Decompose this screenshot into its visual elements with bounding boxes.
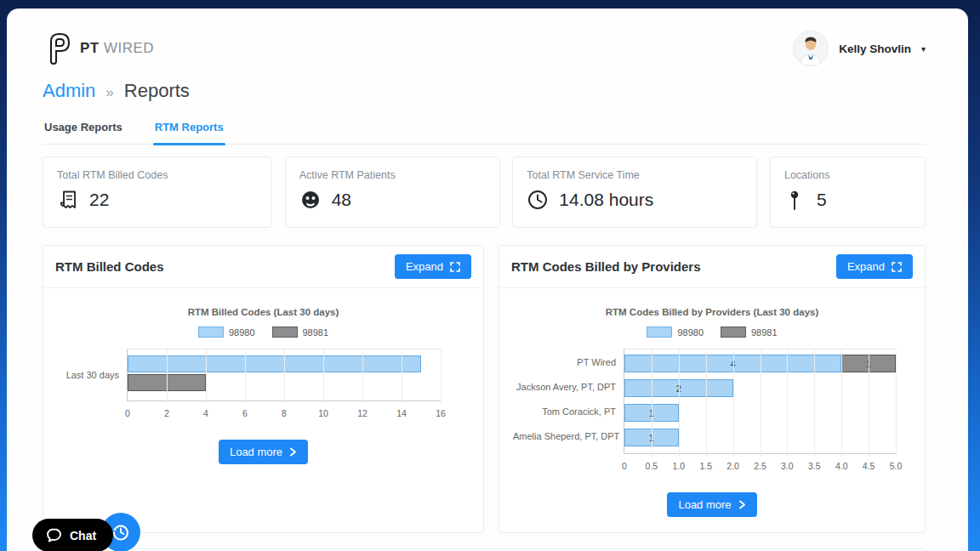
chevron-right-icon (738, 500, 746, 509)
x-axis-ticks: 0246810121416 (128, 407, 441, 421)
chart-legend: 9898098981 (513, 327, 911, 338)
x-tick: 4.0 (835, 461, 848, 471)
gridline (814, 349, 815, 457)
chart-plot: PT WiredJackson Avery, PT, DPTTom Coraci… (513, 349, 896, 454)
x-tick: 5.0 (890, 461, 903, 471)
x-tick: 2 (164, 408, 169, 418)
x-axis-ticks: 00.51.01.52.02.53.03.54.04.55.0 (624, 460, 896, 474)
gridline (284, 349, 285, 404)
legend-swatch (721, 327, 746, 338)
page-title: Reports (124, 80, 190, 102)
x-tick: 0 (622, 461, 627, 471)
stat-value: 22 (89, 190, 109, 210)
expand-button[interactable]: Expand (395, 254, 471, 279)
chat-bubble-icon (46, 527, 62, 543)
breadcrumb: Admin » Reports (43, 80, 926, 102)
x-tick: 14 (396, 408, 407, 418)
expand-icon (450, 262, 460, 272)
gridline (206, 349, 207, 404)
gridline (402, 349, 402, 404)
chart-rtm-billed-codes: RTM Billed Codes (Last 30 days) 98980989… (57, 300, 470, 421)
user-menu[interactable]: Kelly Shovlin ▾ (793, 31, 926, 66)
x-tick: 4.5 (863, 461, 875, 471)
pt-wired-logo-icon (43, 32, 71, 65)
legend-item-98980: 98980 (198, 327, 255, 338)
stat-value: 48 (332, 190, 351, 210)
stat-card-active-patients: Active RTM Patients 48 (285, 156, 500, 228)
x-tick: 2.0 (726, 461, 739, 471)
x-tick: 0.5 (646, 461, 658, 471)
legend-item-98980: 98980 (647, 327, 704, 338)
legend-swatch (647, 327, 672, 338)
legend-item-98981: 98981 (721, 327, 778, 338)
x-tick: 4 (203, 408, 208, 418)
x-tick: 3.5 (808, 461, 821, 471)
legend-swatch (198, 327, 224, 338)
tab-usage-reports[interactable]: Usage Reports (43, 121, 124, 144)
x-tick: 10 (318, 408, 328, 418)
panel-title: RTM Billed Codes (55, 259, 164, 274)
stat-value: 14.08 hours (559, 190, 653, 210)
legend-label: 98981 (751, 327, 778, 338)
x-tick: 3.0 (781, 461, 794, 471)
legend-label: 98980 (229, 327, 255, 338)
chat-button-label: Chat (70, 529, 96, 542)
gridline (761, 349, 761, 457)
report-tabs: Usage Reports RTM Reports (43, 121, 926, 145)
history-clock-icon (111, 523, 130, 542)
x-tick: 6 (242, 408, 248, 418)
panel-title: RTM Codes Billed by Providers (511, 259, 701, 274)
bar-98980 (128, 355, 421, 372)
logo-text: PT WIRED (80, 40, 154, 57)
chevron-right-icon (289, 447, 297, 457)
legend-label: 98980 (677, 327, 704, 338)
breadcrumb-admin-link[interactable]: Admin (43, 80, 95, 102)
logo-text-bold: PT (80, 40, 100, 56)
top-bar: PT WIRED Kelly Shovlin ▾ (43, 9, 926, 68)
gridline (841, 349, 842, 457)
stat-label: Active RTM Patients (299, 169, 486, 181)
y-axis-label: Tom Coracick, PT (513, 403, 616, 421)
x-tick: 2.5 (754, 461, 766, 471)
gridline (896, 349, 897, 457)
stat-label: Locations (784, 169, 911, 181)
x-tick: 1.5 (699, 461, 712, 471)
location-pin-icon (784, 189, 806, 211)
legend-item-98981: 98981 (272, 327, 329, 338)
load-more-button[interactable]: Load more (219, 440, 308, 464)
gridline (679, 349, 680, 457)
charts-row: RTM Billed Codes Expand RTM Billed Codes… (43, 245, 926, 533)
x-tick: 1.0 (672, 461, 685, 471)
expand-icon (892, 262, 902, 272)
y-axis-label: PT Wired (513, 354, 616, 372)
load-more-button[interactable]: Load more (667, 492, 756, 517)
expand-button[interactable]: Expand (836, 254, 913, 279)
y-axis-label: Amelia Sheperd, PT, DPT (513, 428, 616, 446)
chevron-down-icon: ▾ (921, 44, 926, 54)
gridline (323, 349, 324, 404)
logo-text-light: WIRED (104, 40, 154, 56)
plot-area (127, 349, 441, 401)
user-name: Kelly Shovlin (839, 43, 911, 55)
pt-wired-logo: PT WIRED (43, 32, 154, 65)
plot-area: 41211 (624, 349, 896, 454)
gridline (245, 349, 246, 404)
stats-row: Total RTM Billed Codes 22 Active RTM Pat… (43, 156, 926, 228)
gridline (706, 349, 707, 457)
gridline (362, 349, 363, 404)
stat-label: Total RTM Billed Codes (57, 169, 258, 181)
y-axis-label: Last 30 days (57, 370, 119, 380)
panel-rtm-billed-codes: RTM Billed Codes Expand RTM Billed Codes… (43, 245, 484, 533)
stat-value: 5 (817, 190, 827, 210)
gridline (441, 349, 442, 404)
avatar (793, 31, 829, 66)
chat-button[interactable]: Chat (32, 519, 113, 551)
gridline (787, 349, 788, 457)
gridline (869, 349, 869, 457)
chart-rtm-codes-by-providers: RTM Codes Billed by Providers (Last 30 d… (513, 300, 911, 474)
legend-label: 98981 (303, 327, 329, 338)
gridline (733, 349, 734, 457)
tab-rtm-reports[interactable]: RTM Reports (153, 121, 225, 144)
clock-icon (527, 189, 549, 211)
y-axis-labels: PT WiredJackson Avery, PT, DPTTom Coraci… (513, 349, 624, 454)
